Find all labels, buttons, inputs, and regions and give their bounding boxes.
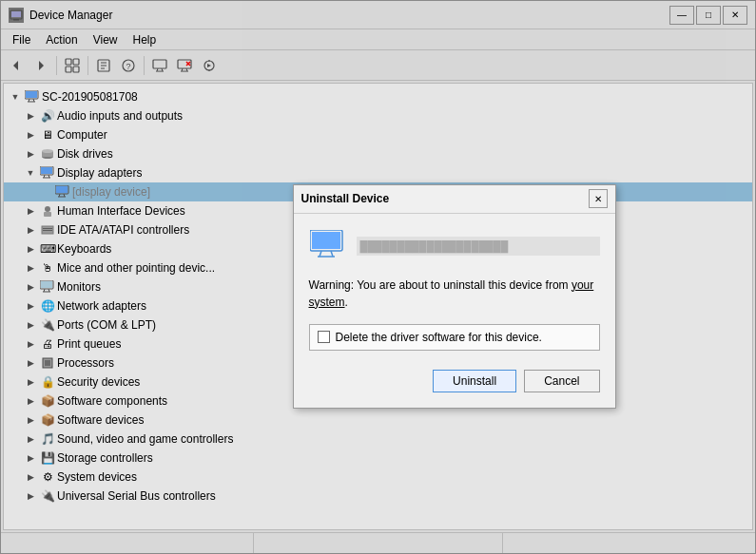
svg-line-62	[331, 251, 333, 257]
delete-driver-label: Delete the driver software for this devi…	[336, 331, 542, 344]
modal-overlay: Uninstall Device ✕ ████████████████████	[0, 0, 756, 554]
svg-rect-60	[312, 232, 340, 249]
dialog-device-row: ████████████████████	[309, 229, 600, 263]
uninstall-button[interactable]: Uninstall	[433, 370, 516, 392]
dialog-checkbox-row[interactable]: Delete the driver software for this devi…	[309, 324, 600, 351]
dialog-device-name: ████████████████████	[357, 237, 600, 256]
cancel-button[interactable]: Cancel	[524, 370, 599, 392]
dialog-body: ████████████████████ Warning: You are ab…	[294, 214, 615, 408]
dialog-device-icon	[309, 229, 347, 263]
dialog-close-button[interactable]: ✕	[589, 189, 608, 208]
dialog-title: Uninstall Device	[301, 192, 589, 205]
warning-underline: your system	[309, 278, 594, 309]
svg-line-61	[320, 251, 321, 257]
dialog-buttons: Uninstall Cancel	[309, 370, 600, 392]
delete-driver-checkbox[interactable]	[318, 331, 330, 343]
dialog-title-bar: Uninstall Device ✕	[294, 185, 615, 214]
dialog-warning: Warning: You are about to uninstall this…	[309, 277, 600, 311]
uninstall-dialog: Uninstall Device ✕ ████████████████████	[293, 184, 616, 409]
